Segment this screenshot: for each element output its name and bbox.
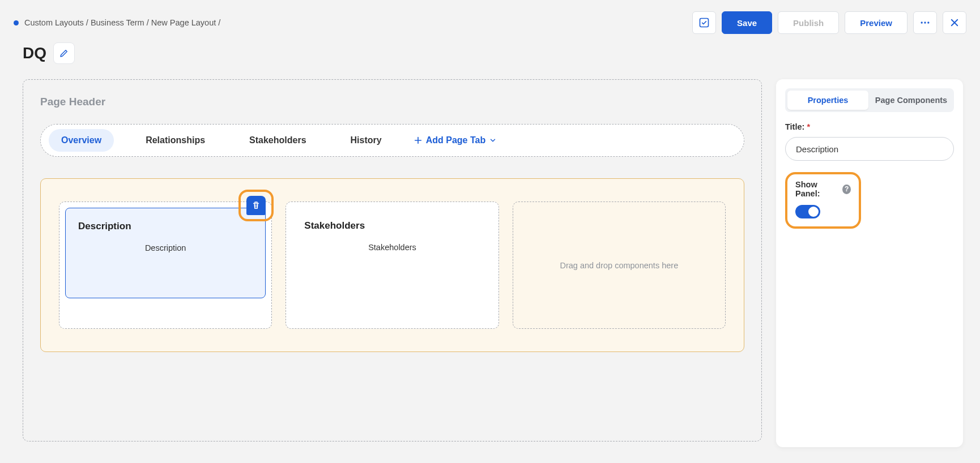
- more-button[interactable]: [913, 11, 937, 34]
- save-button[interactable]: Save: [722, 11, 772, 34]
- pencil-icon: [59, 48, 69, 58]
- column-1[interactable]: Description Description: [59, 202, 272, 329]
- status-dot-icon: [14, 20, 19, 25]
- svg-rect-0: [700, 19, 709, 27]
- tab-relationships[interactable]: Relationships: [133, 129, 218, 152]
- breadcrumb: Custom Layouts / Business Term / New Pag…: [14, 18, 220, 27]
- svg-point-3: [927, 22, 929, 23]
- svg-point-1: [921, 22, 923, 23]
- panel-title: Description: [78, 221, 253, 232]
- help-icon[interactable]: ?: [842, 185, 851, 194]
- more-horizontal-icon: [919, 17, 931, 28]
- side-tabs: Properties Page Components: [785, 88, 954, 112]
- required-indicator: *: [807, 122, 810, 131]
- layout-canvas: Page Header Overview Relationships Stake…: [23, 79, 762, 441]
- delete-panel-button[interactable]: [246, 196, 266, 215]
- side-panel: Properties Page Components Title: * Show…: [776, 79, 963, 447]
- crumb-new-page-layout[interactable]: New Page Layout: [151, 18, 216, 27]
- svg-point-2: [924, 22, 926, 23]
- edit-title-button[interactable]: [53, 42, 75, 64]
- content-area: Description Description Stakeholders Sta…: [40, 178, 744, 352]
- tab-stakeholders[interactable]: Stakeholders: [237, 129, 318, 152]
- delete-highlight: [238, 190, 274, 221]
- toggle-knob: [808, 207, 819, 217]
- tab-history[interactable]: History: [338, 129, 394, 152]
- panel-description[interactable]: Description Description: [65, 208, 266, 298]
- plus-icon: [414, 136, 423, 145]
- title-input[interactable]: [785, 137, 954, 161]
- crumb-business-term[interactable]: Business Term: [91, 18, 144, 27]
- close-button[interactable]: [943, 11, 966, 34]
- show-panel-row: Show Panel: ?: [795, 180, 851, 198]
- preview-button[interactable]: Preview: [845, 11, 907, 34]
- tab-overview[interactable]: Overview: [49, 129, 114, 152]
- column-3-dropzone[interactable]: Drag and drop components here: [513, 202, 726, 329]
- side-tab-components[interactable]: Page Components: [871, 91, 952, 110]
- panel-stakeholders[interactable]: Stakeholders Stakeholders: [292, 208, 492, 298]
- validate-button[interactable]: [692, 11, 716, 34]
- column-2[interactable]: Stakeholders Stakeholders: [286, 202, 498, 329]
- show-panel-toggle[interactable]: [795, 205, 820, 218]
- page-tabbar: Overview Relationships Stakeholders Hist…: [40, 124, 744, 157]
- panel-title: Stakeholders: [304, 220, 480, 232]
- action-bar: Save Publish Preview: [692, 11, 966, 34]
- page-header-label: Page Header: [40, 96, 744, 108]
- chevron-down-icon: [489, 136, 497, 144]
- panel-body: Stakeholders: [304, 243, 480, 252]
- show-panel-highlight: Show Panel: ?: [785, 172, 861, 229]
- crumb-custom-layouts[interactable]: Custom Layouts: [24, 18, 84, 27]
- side-tab-properties[interactable]: Properties: [787, 91, 868, 110]
- close-icon: [949, 18, 960, 28]
- drop-message: Drag and drop components here: [560, 261, 678, 270]
- panel-body: Description: [78, 243, 253, 252]
- title-row: DQ: [23, 42, 75, 64]
- title-label: Title: *: [785, 122, 954, 131]
- breadcrumb-text[interactable]: Custom Layouts / Business Term / New Pag…: [24, 18, 220, 27]
- add-page-tab-button[interactable]: Add Page Tab: [414, 135, 497, 145]
- field-title: Title: *: [785, 122, 954, 161]
- trash-icon: [251, 200, 261, 211]
- publish-button[interactable]: Publish: [778, 11, 839, 34]
- top-bar: Custom Layouts / Business Term / New Pag…: [14, 10, 966, 35]
- show-panel-label: Show Panel:: [795, 180, 838, 198]
- checkbox-icon: [698, 17, 710, 28]
- page-title: DQ: [23, 44, 46, 62]
